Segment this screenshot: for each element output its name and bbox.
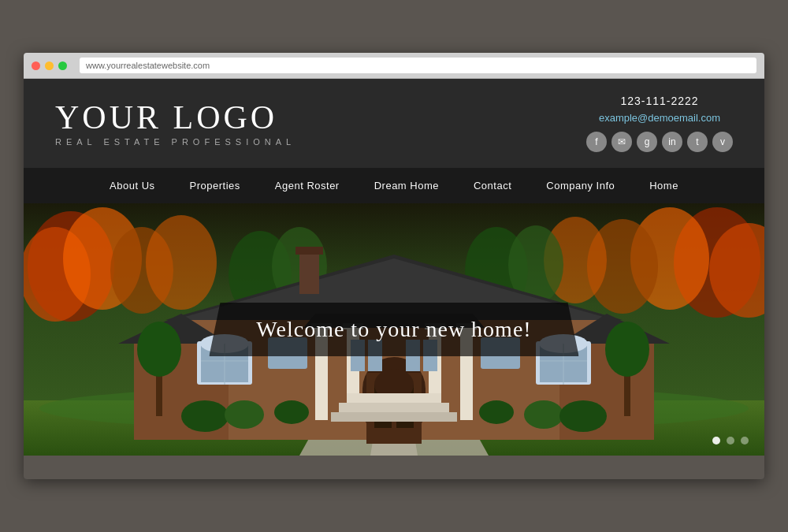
linkedin-icon[interactable]: in [662,132,682,152]
svg-point-64 [524,400,563,429]
site-navigation: About Us Properties Agent Roster Dream H… [24,168,764,203]
browser-chrome: www.yourrealestatewebsite.com [24,53,764,79]
svg-rect-60 [339,403,449,412]
slider-dot-2[interactable] [727,437,734,445]
close-button[interactable] [32,61,40,70]
slider-dots [712,437,749,445]
svg-point-66 [274,400,309,424]
nav-properties[interactable]: Properties [173,168,258,203]
svg-point-67 [479,400,514,424]
contact-phone: 123-111-2222 [620,95,698,107]
hero-section: Welcome to your new home! [24,203,764,456]
nav-contact[interactable]: Contact [456,168,529,203]
nav-agent-roster[interactable]: Agent Roster [258,168,357,203]
contact-area: 123-111-2222 example@demoemail.com f ✉ g… [586,95,733,152]
svg-point-62 [181,400,229,432]
nav-about-us[interactable]: About Us [92,168,172,203]
svg-rect-61 [347,393,441,403]
slider-dot-3[interactable] [741,437,749,445]
site-header: YOUR LOGO REAL ESTATE PROFESSIONAL 123-1… [24,79,764,168]
nav-home[interactable]: Home [632,168,696,203]
svg-point-65 [559,400,607,432]
slider-dot-1[interactable] [712,437,720,445]
minimize-button[interactable] [45,61,54,70]
website: YOUR LOGO REAL ESTATE PROFESSIONAL 123-1… [24,79,764,456]
svg-point-69 [137,322,181,377]
facebook-icon[interactable]: f [586,132,607,152]
contact-email[interactable]: example@demoemail.com [599,112,720,124]
logo-area: YOUR LOGO REAL ESTATE PROFESSIONAL [55,101,296,147]
social-icons: f ✉ g in t v [586,132,733,152]
vimeo-icon[interactable]: v [712,132,733,152]
site-logo: YOUR LOGO [55,101,296,134]
svg-point-63 [225,400,264,429]
svg-rect-59 [331,412,457,422]
hero-banner: Welcome to your new home! [209,303,578,356]
browser-frame: www.yourrealestatewebsite.com YOUR LOGO … [24,53,764,479]
nav-dream-home[interactable]: Dream Home [357,168,456,203]
maximize-button[interactable] [58,61,67,70]
hero-title: Welcome to your new home! [256,317,531,341]
nav-company-info[interactable]: Company Info [529,168,632,203]
mail-icon[interactable]: ✉ [611,132,632,152]
url-bar[interactable]: www.yourrealestatewebsite.com [80,58,756,73]
bottom-bar [24,456,764,479]
svg-point-5 [146,215,217,310]
svg-rect-27 [299,251,319,294]
svg-rect-28 [296,247,323,255]
twitter-icon[interactable]: t [687,132,708,152]
google-icon[interactable]: g [637,132,657,152]
site-tagline: REAL ESTATE PROFESSIONAL [55,137,296,147]
svg-point-71 [605,322,649,377]
